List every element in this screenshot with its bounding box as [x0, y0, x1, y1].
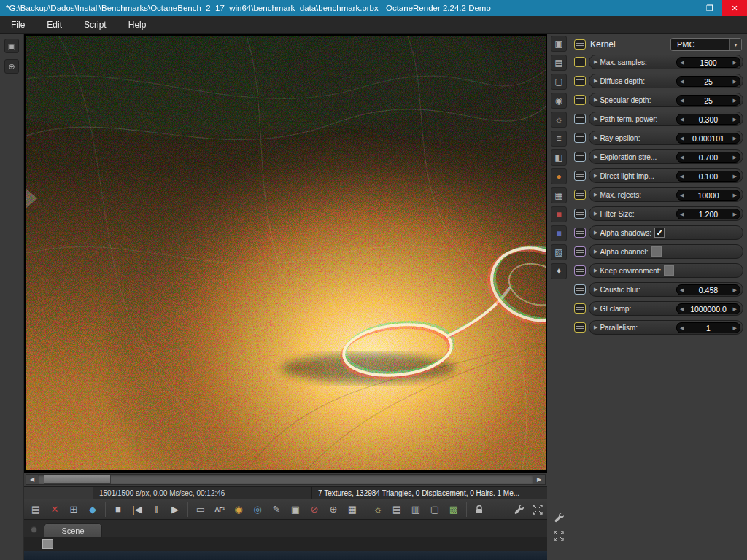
minimize-button[interactable]: – [673, 0, 697, 16]
increment-icon[interactable]: ▶ [733, 60, 737, 66]
expand-triangle-icon[interactable]: ▶ [594, 154, 597, 160]
expand-triangle-icon[interactable]: ▶ [594, 116, 597, 122]
graph-expand-icon[interactable] [551, 528, 567, 544]
disable-picking-icon[interactable]: ⊘ [306, 502, 323, 518]
param-checkbox[interactable] [664, 265, 674, 276]
collapse-button[interactable] [31, 526, 37, 533]
node-pin-icon[interactable] [574, 265, 586, 276]
expand-triangle-icon[interactable]: ▶ [594, 59, 597, 65]
param-spinner[interactable]: ◀ 1 ▶ [676, 322, 740, 333]
material-red-icon[interactable]: ■ [551, 206, 567, 222]
node-settings-wrench-icon[interactable] [551, 509, 567, 525]
increment-icon[interactable]: ▶ [733, 136, 737, 141]
fullscreen-icon[interactable] [529, 502, 546, 518]
recenter-view-icon[interactable]: ⊞ [65, 502, 82, 518]
increment-icon[interactable]: ▶ [733, 325, 737, 331]
daylight-icon[interactable]: ☼ [369, 502, 387, 518]
snapshot-icon[interactable]: ▢ [426, 502, 444, 518]
increment-icon[interactable]: ▶ [733, 192, 737, 198]
close-button[interactable]: ✕ [722, 0, 747, 16]
scrollbar-thumb[interactable] [44, 475, 111, 484]
increment-icon[interactable]: ▶ [733, 287, 737, 293]
node-pin-icon[interactable] [574, 133, 586, 143]
menu-help[interactable]: Help [117, 16, 158, 33]
expand-triangle-icon[interactable]: ▶ [594, 211, 597, 217]
restart-render-icon[interactable]: |◀ [128, 502, 146, 518]
film-settings-icon[interactable]: ▤ [551, 55, 567, 71]
node-pin-icon[interactable] [574, 209, 586, 219]
param-spinner[interactable]: ◀ 0.458 ▶ [676, 284, 740, 295]
pause-render-icon[interactable]: ‖ [147, 502, 165, 518]
graph-node[interactable] [42, 539, 53, 549]
save-image-icon[interactable]: ▩ [445, 502, 462, 518]
increment-icon[interactable]: ▶ [733, 117, 737, 122]
param-spinner[interactable]: ◀ 10000 ▶ [676, 190, 740, 201]
node-pin-icon[interactable] [574, 171, 586, 181]
increment-icon[interactable]: ▶ [733, 174, 737, 179]
magnifier-icon[interactable]: ⊕ [4, 59, 19, 74]
star-node-icon[interactable]: ✦ [551, 263, 567, 279]
increment-icon[interactable]: ▶ [733, 155, 737, 160]
object-picker-icon[interactable]: ▣ [287, 502, 304, 518]
scroll-right-button[interactable]: ▶ [533, 475, 545, 484]
expand-triangle-icon[interactable]: ▶ [594, 135, 597, 141]
increment-icon[interactable]: ▶ [733, 79, 737, 85]
alpha-checker-icon[interactable]: ▦ [344, 502, 361, 518]
menu-script[interactable]: Script [73, 16, 117, 33]
expand-triangle-icon[interactable]: ▶ [594, 173, 597, 179]
param-spinner[interactable]: ◀ 25 ▶ [676, 76, 740, 87]
kernel-settings-icon[interactable]: ≡ [551, 131, 567, 147]
render-viewport[interactable] [26, 36, 546, 470]
stop-render-icon[interactable]: ■ [109, 502, 127, 518]
lock-viewport-icon[interactable] [471, 502, 488, 518]
param-spinner[interactable]: ◀ 1.200 ▶ [676, 209, 740, 219]
param-spinner[interactable]: ◀ 0.300 ▶ [676, 114, 740, 125]
chevron-down-icon[interactable]: ▼ [729, 39, 741, 50]
tab-scene[interactable]: Scene [44, 523, 102, 538]
maximize-button[interactable]: ❐ [697, 0, 722, 16]
node-pin-icon[interactable] [574, 322, 586, 332]
autofocus-icon[interactable]: AF¹ [211, 502, 228, 518]
viewport-panel-icon[interactable]: ▣ [4, 39, 19, 53]
render-viewport-icon[interactable]: ▣ [551, 36, 567, 52]
imager-icon[interactable]: ◧ [551, 149, 567, 166]
focus-picker-icon[interactable]: ✎ [268, 502, 285, 518]
menu-edit[interactable]: Edit [36, 16, 73, 33]
gizmo-icon[interactable]: ◆ [84, 502, 101, 518]
node-pin-icon[interactable] [574, 303, 586, 314]
expand-triangle-icon[interactable]: ▶ [594, 97, 597, 103]
environment-icon[interactable]: ☼ [551, 112, 567, 128]
scroll-left-button[interactable]: ◀ [26, 475, 38, 484]
node-pin-icon[interactable] [574, 246, 586, 257]
settings-wrench-icon[interactable] [510, 502, 527, 518]
monitor-icon[interactable]: ▢ [551, 74, 567, 90]
increment-icon[interactable]: ▶ [733, 98, 737, 104]
increment-icon[interactable]: ▶ [733, 306, 737, 312]
discard-render-icon[interactable]: ✕ [46, 502, 63, 518]
param-checkbox[interactable] [651, 246, 662, 257]
render-region-icon[interactable]: ▭ [192, 502, 209, 518]
increment-icon[interactable]: ▶ [733, 211, 737, 217]
expand-triangle-icon[interactable]: ▶ [594, 249, 597, 254]
node-pin-icon[interactable] [574, 228, 586, 238]
node-pin-icon[interactable] [574, 152, 586, 162]
param-spinner[interactable]: ◀ 1500 ▶ [676, 57, 740, 68]
menu-file[interactable]: File [0, 16, 36, 33]
param-spinner[interactable]: ◀ 25 ▶ [676, 95, 740, 106]
texture-image-icon[interactable]: ▨ [551, 244, 567, 260]
material-picker-icon[interactable]: ◎ [249, 502, 266, 518]
param-checkbox[interactable]: ✓ [654, 228, 665, 238]
play-render-icon[interactable]: ▶ [166, 502, 184, 518]
save-render-icon[interactable]: ▤ [27, 502, 44, 518]
param-spinner[interactable]: ◀ 0.100 ▶ [676, 171, 740, 182]
copy-buffer-icon[interactable]: ▤ [388, 502, 406, 518]
white-balance-picker-icon[interactable]: ◉ [230, 502, 247, 518]
node-pin-icon[interactable] [574, 284, 586, 295]
param-spinner[interactable]: ◀ 1000000.0 ▶ [676, 303, 740, 314]
camera-icon[interactable]: ◉ [551, 93, 567, 109]
expand-triangle-icon[interactable]: ▶ [594, 287, 597, 292]
expand-triangle-icon[interactable]: ▶ [594, 230, 597, 236]
node-pin-icon[interactable] [574, 76, 586, 86]
param-spinner[interactable]: ◀ 0.700 ▶ [676, 152, 740, 163]
expand-triangle-icon[interactable]: ▶ [594, 192, 597, 198]
